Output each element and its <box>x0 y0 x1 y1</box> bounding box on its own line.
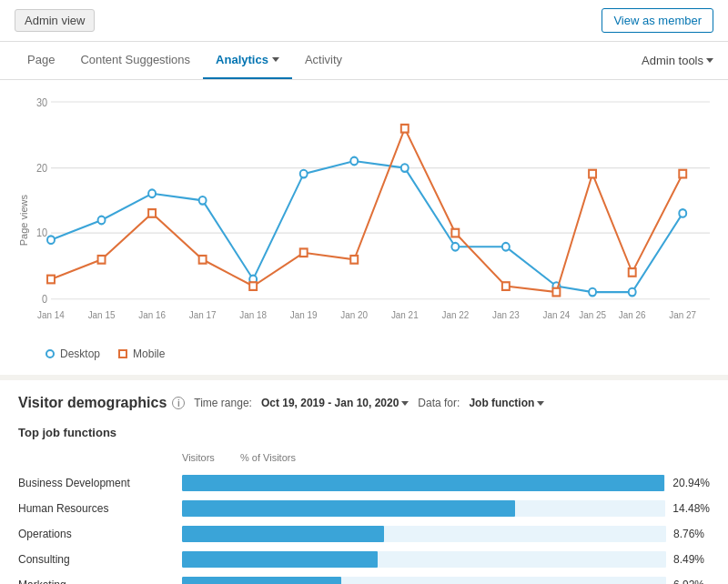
svg-text:0: 0 <box>42 294 47 306</box>
desktop-legend-label: Desktop <box>60 347 100 360</box>
bar-label-3: Consulting <box>18 547 182 572</box>
bar-track-0 <box>182 475 665 491</box>
visitors-col-header: Visitors <box>182 452 237 463</box>
svg-point-23 <box>98 216 106 225</box>
bar-fill-2 <box>182 526 384 542</box>
nav-tabs: Page Content Suggestions Analytics Activ… <box>0 42 728 80</box>
time-range-value: Oct 19, 2019 - Jan 10, 2020 <box>261 397 399 409</box>
svg-text:Jan 24: Jan 24 <box>543 310 571 320</box>
svg-point-31 <box>502 243 510 251</box>
tab-content-suggestions[interactable]: Content Suggestions <box>67 42 203 79</box>
tab-activity[interactable]: Activity <box>292 42 355 79</box>
y-axis-label: Page views <box>18 195 29 246</box>
svg-rect-45 <box>502 282 510 290</box>
svg-point-34 <box>629 288 636 297</box>
admin-tools-button[interactable]: Admin tools <box>642 54 713 67</box>
svg-point-25 <box>199 196 207 205</box>
svg-point-30 <box>451 243 459 251</box>
bar-label-0: Business Development <box>18 470 182 496</box>
info-icon[interactable]: i <box>172 397 185 409</box>
bar-rows-container: Visitors % of Visitors 20.94% 14.48% 8.7… <box>182 448 710 584</box>
svg-text:Jan 14: Jan 14 <box>37 310 65 320</box>
svg-point-29 <box>401 164 409 172</box>
bar-pct-1: 14.48% <box>672 502 710 515</box>
nav-tabs-left: Page Content Suggestions Analytics Activ… <box>15 42 355 79</box>
svg-rect-49 <box>679 170 686 178</box>
mobile-legend-icon <box>118 349 127 358</box>
mobile-legend-label: Mobile <box>133 347 165 360</box>
svg-text:Jan 26: Jan 26 <box>619 310 646 320</box>
svg-point-33 <box>589 288 596 297</box>
svg-text:30: 30 <box>36 97 47 109</box>
bar-track-4 <box>182 577 666 584</box>
top-job-functions-title: Top job functions <box>18 426 710 439</box>
demographics-section: Visitor demographics i Time range: Oct 1… <box>0 380 728 584</box>
svg-text:Jan 25: Jan 25 <box>579 310 606 320</box>
bar-row-0: 20.94% <box>182 470 710 496</box>
bar-row-1: 14.48% <box>182 496 710 521</box>
admin-view-label: Admin view <box>15 9 95 32</box>
top-bar: Admin view View as member <box>0 0 728 42</box>
demographics-header: Visitor demographics i Time range: Oct 1… <box>18 395 710 411</box>
svg-text:10: 10 <box>36 227 47 239</box>
bar-label-4: Marketing <box>18 572 182 584</box>
data-for-filter-button[interactable]: Job function <box>469 397 544 409</box>
svg-text:Jan 27: Jan 27 <box>669 310 696 320</box>
bar-rows: 20.94% 14.48% 8.76% 8.49% 6.92% 4.61% 4.… <box>182 470 710 584</box>
bar-track-3 <box>182 551 666 568</box>
time-range-filter-button[interactable]: Oct 19, 2019 - Jan 10, 2020 <box>261 397 409 409</box>
svg-text:20: 20 <box>36 162 47 174</box>
desktop-legend-icon <box>46 349 55 358</box>
svg-text:Jan 22: Jan 22 <box>441 310 469 320</box>
svg-rect-38 <box>148 209 156 217</box>
time-range-dropdown-icon <box>401 401 409 406</box>
svg-rect-42 <box>350 256 358 264</box>
svg-rect-47 <box>589 170 596 178</box>
demographics-title: Visitor demographics i <box>18 395 185 411</box>
svg-point-35 <box>679 209 686 217</box>
view-as-member-button[interactable]: View as member <box>602 8 713 33</box>
svg-rect-44 <box>451 229 459 237</box>
svg-text:Jan 19: Jan 19 <box>290 310 318 320</box>
bar-pct-3: 8.49% <box>673 553 710 566</box>
bar-pct-2: 8.76% <box>673 528 710 540</box>
svg-rect-37 <box>98 256 106 264</box>
svg-text:Jan 20: Jan 20 <box>340 310 368 320</box>
bar-column-headers: Visitors % of Visitors <box>182 448 710 467</box>
chart-section: Page views 0 10 20 30 Jan 14 Jan 15 Jan … <box>0 80 728 380</box>
data-for-dropdown-icon <box>537 401 544 406</box>
svg-text:Jan 23: Jan 23 <box>492 310 520 320</box>
bar-fill-3 <box>182 551 378 568</box>
bar-row-4: 6.92% <box>182 572 710 584</box>
svg-rect-46 <box>552 288 560 297</box>
svg-text:Jan 18: Jan 18 <box>239 310 267 320</box>
svg-rect-41 <box>300 248 308 257</box>
svg-point-24 <box>148 189 156 197</box>
svg-point-22 <box>47 236 55 244</box>
bar-row-3: 8.49% <box>182 547 710 572</box>
bar-pct-0: 20.94% <box>672 477 710 489</box>
data-for-value: Job function <box>469 397 534 409</box>
tab-page[interactable]: Page <box>15 42 67 79</box>
bar-label-1: Human Resources <box>18 496 182 521</box>
analytics-dropdown-icon <box>272 57 279 62</box>
svg-rect-48 <box>629 268 636 277</box>
bar-row-2: 8.76% <box>182 521 710 547</box>
bar-labels: Business Development Human Resources Ope… <box>18 448 182 584</box>
tab-analytics[interactable]: Analytics <box>203 42 292 79</box>
svg-rect-40 <box>249 282 257 290</box>
data-for-label: Data for: <box>418 397 460 409</box>
bar-fill-1 <box>182 500 515 517</box>
pct-col-header: % of Visitors <box>240 452 296 463</box>
bar-track-1 <box>182 500 665 517</box>
svg-text:Jan 16: Jan 16 <box>138 310 166 320</box>
legend-mobile: Mobile <box>118 347 165 360</box>
svg-rect-43 <box>401 125 409 133</box>
svg-rect-36 <box>47 276 55 284</box>
legend-desktop: Desktop <box>46 347 100 360</box>
svg-point-27 <box>300 170 308 178</box>
bar-label-2: Operations <box>18 521 182 547</box>
admin-tools-dropdown-icon <box>706 58 713 63</box>
chart-legend: Desktop Mobile <box>18 347 710 360</box>
bar-track-2 <box>182 526 666 542</box>
